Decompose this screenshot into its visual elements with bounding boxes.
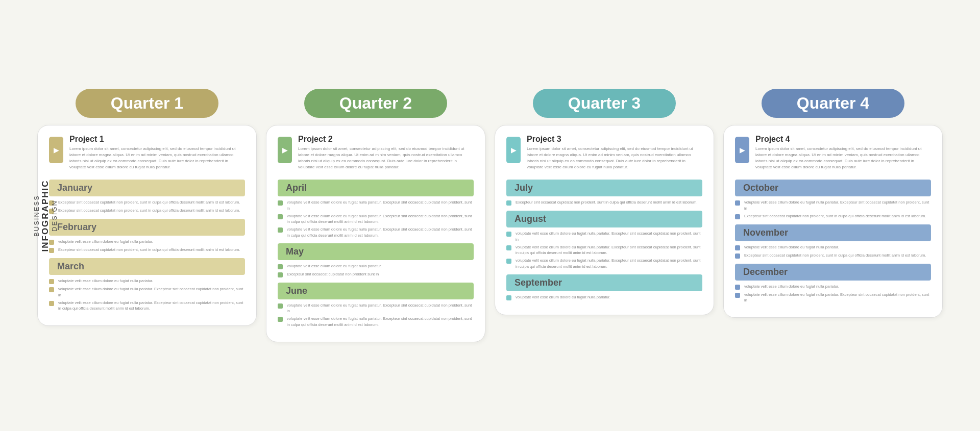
bullet-square-icon [735, 285, 740, 290]
side-label-line2: INFOGRAPHIC [40, 180, 51, 251]
month-bar-q2-2: June [278, 283, 474, 299]
bullet-item: voluptate velit esse cillum dolore eu fu… [49, 300, 245, 312]
bullet-item: voluptate velit esse cillum dolore eu fu… [49, 278, 245, 284]
quarter-col-q4: Quarter 4▶Project 4Lorem ipsum dolor sit… [723, 89, 943, 318]
side-label-line3: DESIGN [51, 200, 58, 232]
bullet-square-icon [278, 214, 283, 219]
month-section-q4-2: Decembervoluptate velit esse cillum dolo… [735, 264, 931, 303]
bullet-square-icon [735, 200, 740, 206]
project-arrow-q3: ▶ [506, 137, 521, 163]
project-section-q2: ▶Project 2Lorem ipsum dolor sit amet, co… [278, 135, 474, 170]
quarter-card-q4: ▶Project 4Lorem ipsum dolor sit amet, co… [723, 125, 943, 318]
bullet-item: Excepteur sint occaecat cupidatat non pr… [278, 271, 474, 277]
bullet-text: voluptate velit esse cillum dolore eu fu… [516, 244, 702, 256]
month-section-q3-1: Augustvoluptate velit esse cillum dolore… [506, 211, 702, 269]
month-section-q1-1: Februaryvoluptate velit esse cillum dolo… [49, 219, 245, 253]
quarters-container: Quarter 1▶Project 1Lorem ipsum dolor sit… [7, 73, 973, 358]
month-section-q2-2: Junevoluptate velit esse cillum dolore e… [278, 283, 474, 327]
month-section-q1-0: JanuaryExcepteur sint occaecat cupidatat… [49, 180, 245, 214]
bullet-text: Excepteur sint occaecat cupidatat non pr… [744, 213, 926, 219]
arrow-icon: ▶ [282, 146, 288, 154]
project-description-q4: Lorem ipsum dolor sit amet, consectetur … [755, 146, 931, 170]
project-text-q3: Project 3Lorem ipsum dolor sit amet, con… [527, 135, 702, 170]
bullet-text: voluptate velit esse cillum dolore eu fu… [287, 199, 474, 211]
bullet-item: voluptate velit esse cillum dolore eu fu… [278, 213, 474, 225]
project-text-q2: Project 2Lorem ipsum dolor sit amet, con… [298, 135, 474, 170]
month-section-q3-2: Septembervoluptate velit esse cillum dol… [506, 274, 702, 300]
month-section-q1-2: Marchvoluptate velit esse cillum dolore … [49, 258, 245, 311]
month-bar-q1-2: March [49, 258, 245, 275]
bullet-item: Excepteur sint occaecat cupidatat non pr… [49, 247, 245, 253]
project-text-q1: Project 1Lorem ipsum dolor sit amet, con… [69, 135, 245, 170]
month-bar-q4-0: October [735, 180, 931, 196]
bullet-text: voluptate velit esse cillum dolore eu fu… [744, 244, 839, 250]
month-section-q4-1: Novembervoluptate velit esse cillum dolo… [735, 224, 931, 259]
quarter-card-q2: ▶Project 2Lorem ipsum dolor sit amet, co… [266, 125, 485, 342]
bullet-square-icon [49, 301, 54, 306]
bullet-text: Excepteur sint occaecat cupidatat non pr… [287, 271, 379, 277]
bullet-item: voluptate velit esse cillum dolore eu fu… [506, 231, 702, 242]
bullet-square-icon [49, 287, 54, 292]
project-text-q4: Project 4Lorem ipsum dolor sit amet, con… [755, 135, 931, 170]
arrow-icon: ▶ [511, 146, 517, 154]
quarter-col-q3: Quarter 3▶Project 3Lorem ipsum dolor sit… [495, 89, 714, 315]
month-bar-q3-2: September [506, 274, 702, 291]
bullet-item: Excepteur sint occaecat cupidatat non pr… [735, 252, 931, 259]
project-section-q4: ▶Project 4Lorem ipsum dolor sit amet, co… [735, 135, 931, 170]
month-section-q3-0: JulyExcepteur sint occaecat cupidatat no… [506, 180, 702, 206]
bullet-square-icon [506, 232, 511, 237]
bullet-text: voluptate velit esse cillum dolore eu fu… [287, 213, 474, 225]
month-section-q4-0: Octobervoluptate velit esse cillum dolor… [735, 180, 931, 219]
bullet-square-icon [735, 253, 740, 259]
bullet-square-icon [506, 295, 511, 300]
bullet-item: Excepteur sint occaecat cupidatat non pr… [735, 213, 931, 219]
bullet-square-icon [278, 272, 283, 277]
project-title-q1: Project 1 [69, 135, 245, 144]
project-arrow-q2: ▶ [278, 137, 292, 163]
month-bar-q1-0: January [49, 180, 245, 196]
bullet-square-icon [506, 259, 511, 264]
quarter-card-q1: ▶Project 1Lorem ipsum dolor sit amet, co… [37, 125, 257, 326]
bullet-text: voluptate velit esse cillum dolore eu fu… [744, 284, 839, 289]
quarter-col-q2: Quarter 2▶Project 2Lorem ipsum dolor sit… [266, 89, 485, 342]
arrow-icon: ▶ [54, 146, 59, 154]
bullet-square-icon [735, 214, 740, 219]
quarter-badge-q4: Quarter 4 [762, 89, 904, 118]
bullet-item: voluptate velit esse cillum dolore eu fu… [278, 226, 474, 238]
bullet-item: voluptate velit esse cillum dolore eu fu… [735, 292, 931, 303]
bullet-item: voluptate velit esse cillum dolore eu fu… [278, 302, 474, 314]
month-bar-q3-0: July [506, 180, 702, 196]
bullet-square-icon [278, 264, 283, 269]
bullet-square-icon [735, 245, 740, 250]
month-section-q2-1: Mayvoluptate velit esse cillum dolore eu… [278, 243, 474, 277]
month-bar-q3-1: August [506, 211, 702, 227]
month-section-q2-0: Aprilvoluptate velit esse cillum dolore … [278, 180, 474, 238]
bullet-text: voluptate velit esse cillum dolore eu fu… [744, 292, 931, 303]
bullet-text: voluptate velit esse cillum dolore eu fu… [58, 278, 153, 284]
bullet-text: Excepteur sint occaecat cupidatat non pr… [58, 247, 240, 252]
bullet-text: voluptate velit esse cillum dolore eu fu… [744, 199, 931, 211]
month-bar-q1-1: February [49, 219, 245, 236]
project-title-q4: Project 4 [755, 135, 931, 144]
bullet-item: voluptate velit esse cillum dolore eu fu… [735, 284, 931, 290]
bullet-item: Excepteur sint occaecat cupidatat non pr… [506, 199, 702, 206]
bullet-square-icon [278, 317, 283, 322]
quarter-badge-q3: Quarter 3 [533, 89, 676, 118]
bullet-square-icon [278, 227, 283, 233]
bullet-square-icon [506, 245, 511, 250]
month-bar-q4-2: December [735, 264, 931, 281]
project-section-q3: ▶Project 3Lorem ipsum dolor sit amet, co… [506, 135, 702, 170]
bullet-text: Excepteur sint occaecat cupidatat non pr… [744, 252, 926, 258]
bullet-item: voluptate velit esse cillum dolore eu fu… [278, 316, 474, 327]
bullet-square-icon [506, 200, 511, 206]
bullet-text: voluptate velit esse cillum dolore eu fu… [58, 300, 245, 312]
bullet-item: voluptate velit esse cillum dolore eu fu… [278, 263, 474, 269]
project-description-q3: Lorem ipsum dolor sit amet, consectetur … [527, 146, 702, 170]
bullet-text: voluptate velit esse cillum dolore eu fu… [287, 316, 474, 327]
project-section-q1: ▶Project 1Lorem ipsum dolor sit amet, co… [49, 135, 245, 170]
bullet-text: voluptate velit esse cillum dolore eu fu… [58, 286, 245, 298]
bullet-text: voluptate velit esse cillum dolore eu fu… [516, 294, 610, 300]
bullet-text: voluptate velit esse cillum dolore eu fu… [287, 263, 382, 269]
quarter-col-q1: Quarter 1▶Project 1Lorem ipsum dolor sit… [37, 89, 257, 326]
project-title-q3: Project 3 [527, 135, 702, 144]
